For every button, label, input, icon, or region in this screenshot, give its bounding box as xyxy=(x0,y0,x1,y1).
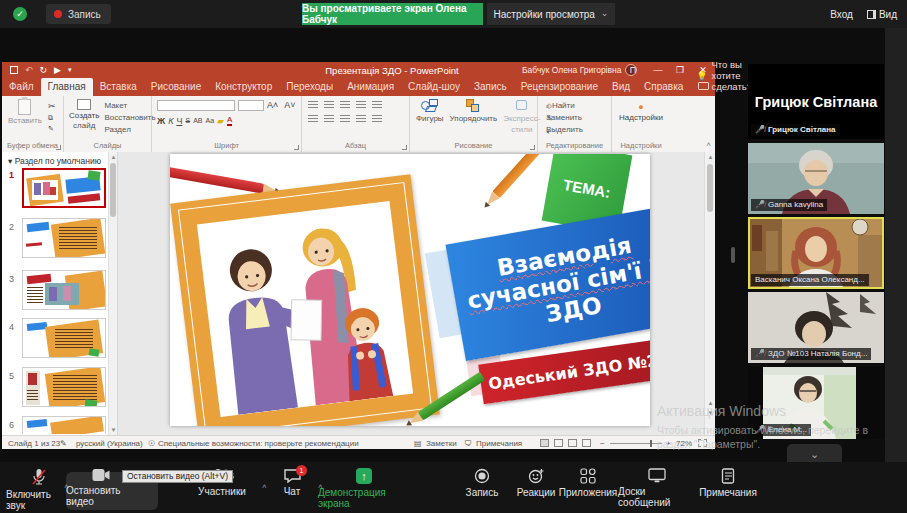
whiteboards-button[interactable]: Доски сообщений xyxy=(618,468,696,508)
strikethrough-icon[interactable]: S xyxy=(185,117,190,124)
grow-font-icon[interactable]: А˄ xyxy=(267,100,278,111)
paragraph-dialog-launcher[interactable] xyxy=(402,145,407,150)
signin-button[interactable]: Вход xyxy=(830,9,853,20)
bullets-icon[interactable] xyxy=(308,101,318,109)
save-icon[interactable] xyxy=(10,66,18,74)
participant-tile[interactable]: 🎤̸ЗДО №103 Наталія Бонд... xyxy=(748,292,884,363)
select-button[interactable]: Выделить xyxy=(546,125,611,135)
undo-icon[interactable]: ↶ xyxy=(25,65,33,75)
restore-button[interactable]: ❐ xyxy=(669,62,691,78)
columns-icon[interactable] xyxy=(372,101,382,109)
font-color-icon[interactable]: А xyxy=(227,115,232,126)
highlight-icon[interactable]: ▰ xyxy=(217,116,224,126)
view-settings-button[interactable]: Настройки просмотра xyxy=(487,3,615,25)
addins-button[interactable]: ● Надстройки xyxy=(612,99,670,122)
family-photo-frame[interactable] xyxy=(170,174,440,426)
find-button[interactable]: ⌕ Найти xyxy=(546,101,611,111)
slide-thumbnail[interactable] xyxy=(22,416,106,434)
format-painter-icon[interactable]: ✎ xyxy=(48,125,56,133)
zoom-slider-knob[interactable] xyxy=(650,440,652,447)
comments-icon[interactable] xyxy=(698,82,709,90)
normal-view-icon[interactable] xyxy=(540,439,549,447)
ribbon-display-options-button[interactable]: ⊓ xyxy=(622,62,644,78)
new-slide-button[interactable]: Создать слайд xyxy=(69,99,99,135)
account-area[interactable]: Бабчук Олена Григорівна xyxy=(522,64,637,76)
tab-transitions[interactable]: Переходы xyxy=(279,78,340,96)
minimize-button[interactable]: — xyxy=(647,62,669,78)
line-spacing-icon[interactable] xyxy=(372,115,382,123)
font-name-box[interactable] xyxy=(157,100,235,111)
language-indicator[interactable]: русский (Украина) xyxy=(76,439,143,448)
copy-icon[interactable]: ⧉ xyxy=(48,114,56,122)
arrange-button[interactable]: Упорядочить xyxy=(450,99,498,137)
underline-icon[interactable]: Ч xyxy=(176,116,182,126)
bold-icon[interactable]: Ж xyxy=(157,116,165,126)
chat-button[interactable]: Чат 1 ˄ xyxy=(270,468,314,497)
slide-scrollbar[interactable]: ▲ ▲ ▼ xyxy=(704,152,715,435)
scroll-up-icon[interactable]: ▲ xyxy=(705,154,716,160)
cut-icon[interactable]: ✂ xyxy=(48,101,56,111)
slide-thumbnail[interactable] xyxy=(22,367,106,407)
font-size-box[interactable] xyxy=(238,100,264,111)
unmute-button[interactable]: Включить звук ˄ xyxy=(6,468,72,511)
slide-thumbnail[interactable] xyxy=(22,168,106,208)
tab-animations[interactable]: Анимация xyxy=(340,78,401,96)
change-case-icon[interactable]: Аа xyxy=(205,117,214,124)
recording-indicator[interactable]: Запись xyxy=(46,4,111,24)
tab-view[interactable]: Вид xyxy=(605,78,637,96)
participants-chevron[interactable]: ˄ xyxy=(262,482,267,491)
clipboard-dialog-launcher[interactable] xyxy=(56,145,61,150)
participant-tile[interactable]: 🎤̸Ganna kavylina xyxy=(748,143,884,214)
sidebar-resize-handle[interactable] xyxy=(731,247,735,263)
accessibility-status[interactable]: Специальные возможности: проверьте реком… xyxy=(158,439,359,448)
align-center-icon[interactable] xyxy=(324,115,334,123)
tab-record[interactable]: Запись xyxy=(467,78,514,96)
redo-icon[interactable]: ↻ xyxy=(40,65,48,75)
shrink-font-icon[interactable]: А˅ xyxy=(284,100,295,111)
notes-toggle[interactable]: Заметки xyxy=(426,439,457,448)
scroll-up-icon[interactable]: ▲ xyxy=(109,154,118,160)
slide-thumbnail[interactable] xyxy=(22,218,106,258)
italic-icon[interactable]: К xyxy=(168,116,173,126)
collapse-ribbon-icon[interactable]: ˄ xyxy=(706,140,711,149)
tab-insert[interactable]: Вставка xyxy=(93,78,144,96)
reading-view-icon[interactable] xyxy=(568,439,577,447)
shapes-button[interactable]: Фигуры xyxy=(416,99,444,137)
tab-slideshow[interactable]: Слайд-шоу xyxy=(401,78,467,96)
align-right-icon[interactable] xyxy=(340,115,350,123)
slide-thumbnail[interactable] xyxy=(22,318,106,358)
thumbnail-scrollbar[interactable]: ▲ ▼ xyxy=(108,152,117,435)
scroll-down-icon[interactable]: ▼ xyxy=(109,427,118,433)
tab-home[interactable]: Главная xyxy=(41,78,93,96)
replace-button[interactable]: Заменить xyxy=(546,113,611,123)
paste-button[interactable]: Вставить xyxy=(8,99,42,133)
participant-tile[interactable]: Грицюк Світлана 🎤̸Грицюк Світлана xyxy=(748,64,884,139)
scrollbar-thumb[interactable] xyxy=(110,163,116,217)
slide-title-ribbon[interactable]: Взаємодія сучасної сім'ї із ЗДО xyxy=(446,205,650,361)
slide-canvas[interactable]: ТЕМА: Взаємодія сучасної сім'ї із ЗДО Од… xyxy=(170,154,650,426)
numbering-icon[interactable] xyxy=(324,101,334,109)
apps-button[interactable]: Приложения xyxy=(556,468,620,498)
tab-design[interactable]: Конструктор xyxy=(208,78,279,96)
scrollbar-thumb[interactable] xyxy=(707,164,713,212)
spell-check-icon[interactable]: ✎ xyxy=(60,439,67,448)
align-left-icon[interactable] xyxy=(308,115,318,123)
record-button[interactable]: Запись xyxy=(456,468,508,498)
view-button[interactable]: Вид xyxy=(867,9,897,20)
slide-sorter-view-icon[interactable] xyxy=(554,439,563,447)
customize-qat-icon[interactable]: ▾ xyxy=(68,66,72,74)
comments-toggle[interactable]: Примечания xyxy=(476,439,522,448)
tab-draw[interactable]: Рисование xyxy=(144,78,208,96)
notes-button[interactable]: Примечания xyxy=(700,468,756,498)
tab-review[interactable]: Рецензирование xyxy=(514,78,605,96)
slideshow-view-icon[interactable] xyxy=(582,439,591,447)
indent-increase-icon[interactable] xyxy=(356,101,366,109)
section-button[interactable]: Раздел xyxy=(104,125,155,135)
zoom-out-icon[interactable]: − xyxy=(600,439,605,448)
start-slideshow-icon[interactable]: ▶ xyxy=(54,65,61,75)
drawing-dialog-launcher[interactable] xyxy=(530,145,535,150)
character-spacing-icon[interactable]: АВ xyxy=(193,117,202,124)
section-header[interactable]: ▾ Раздел по умолчанию xyxy=(8,156,101,166)
layout-button[interactable]: Макет xyxy=(104,101,155,111)
slide-thumbnail[interactable] xyxy=(22,270,106,310)
